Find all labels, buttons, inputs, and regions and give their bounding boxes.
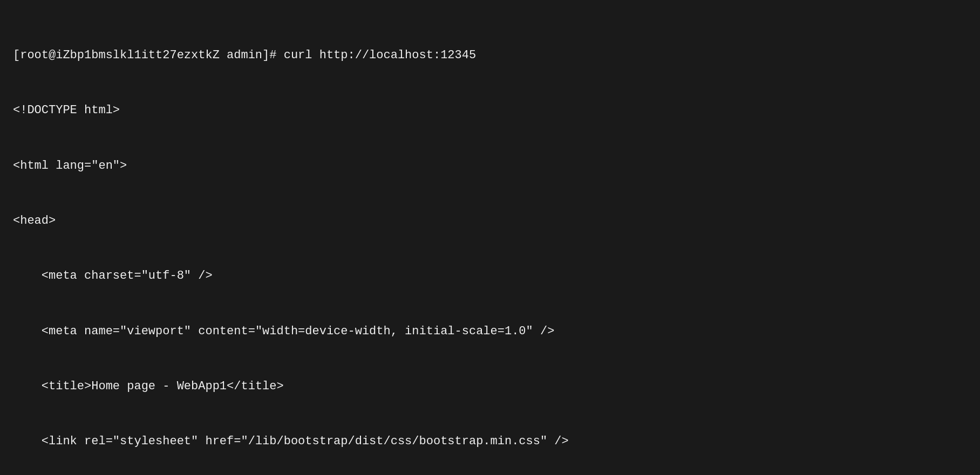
terminal-line-5: <meta name="viewport" content="width=dev… — [13, 322, 967, 341]
terminal-line-1: <!DOCTYPE html> — [13, 101, 967, 120]
terminal-line-3: <head> — [13, 212, 967, 230]
terminal-line-0: [root@iZbp1bmslkl1itt27ezxtkZ admin]# cu… — [13, 46, 967, 65]
terminal-output: [root@iZbp1bmslkl1itt27ezxtkZ admin]# cu… — [13, 10, 967, 475]
terminal-line-6: <title>Home page - WebApp1</title> — [13, 377, 967, 396]
terminal-line-2: <html lang="en"> — [13, 157, 967, 175]
terminal-line-4: <meta charset="utf-8" /> — [13, 267, 967, 285]
terminal-line-7: <link rel="stylesheet" href="/lib/bootst… — [13, 432, 967, 451]
